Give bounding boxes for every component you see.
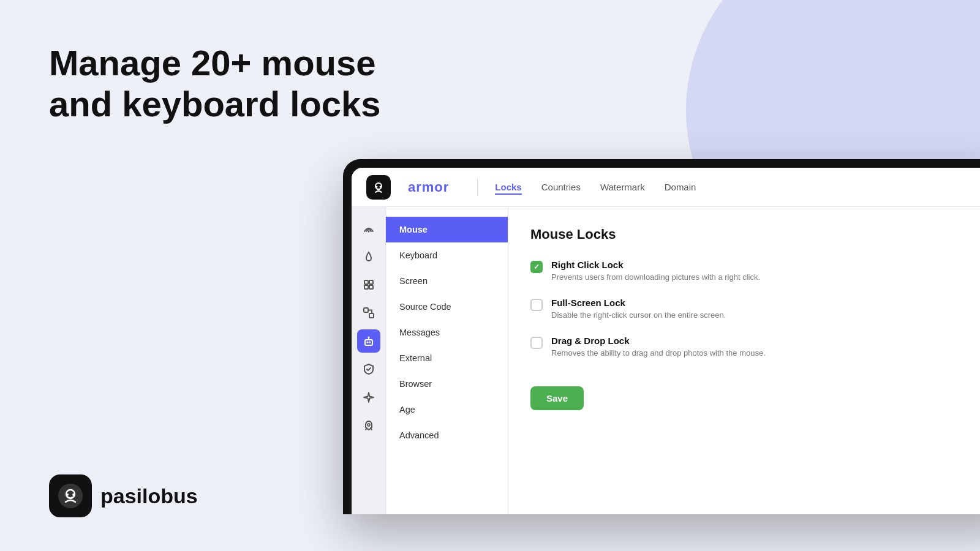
svg-point-5: [376, 186, 378, 187]
svg-point-0: [58, 484, 83, 508]
svg-point-15: [366, 342, 368, 343]
app-window-wrapper: armor Locks Countries Watermark Domain: [343, 159, 980, 514]
drag-drop-desc: Removes the ability to drag and drop pho…: [551, 348, 766, 359]
right-panel: Mouse Locks Right Click Lock Prevents us…: [508, 207, 980, 514]
app-logo-svg: [371, 179, 386, 195]
nav-tab-domain[interactable]: Domain: [665, 179, 696, 195]
nav-tab-watermark[interactable]: Watermark: [600, 179, 645, 195]
right-click-checkbox[interactable]: [530, 261, 543, 273]
drag-drop-text: Drag & Drop Lock Removes the ability to …: [551, 335, 766, 359]
sidebar-icon-shield[interactable]: [357, 358, 380, 381]
svg-rect-13: [369, 313, 374, 318]
sidebar-icon-transform[interactable]: [357, 301, 380, 324]
menu-item-messages[interactable]: Messages: [386, 320, 508, 345]
main-area: Mouse Keyboard Screen Source Code Messag…: [352, 207, 980, 514]
lock-item-full-screen: Full-Screen Lock Disable the right-click…: [530, 298, 980, 321]
lock-item-right-click: Right Click Lock Prevents users from dow…: [530, 260, 980, 283]
svg-rect-10: [364, 285, 368, 289]
hero-section: Manage 20+ mouse and keyboard locks: [49, 43, 386, 124]
drag-drop-checkbox[interactable]: [530, 337, 543, 349]
pasilobus-logo-svg: [57, 482, 84, 509]
sidebar-icon-sparkle[interactable]: [357, 386, 380, 409]
svg-rect-11: [369, 285, 373, 289]
left-menu: Mouse Keyboard Screen Source Code Messag…: [386, 207, 508, 514]
sidebar-icon-drop[interactable]: [357, 245, 380, 268]
lock-item-drag-drop: Drag & Drop Lock Removes the ability to …: [530, 335, 980, 359]
menu-item-screen[interactable]: Screen: [386, 268, 508, 294]
svg-point-18: [368, 424, 370, 426]
panel-title: Mouse Locks: [530, 227, 980, 242]
full-screen-title: Full-Screen Lock: [551, 298, 726, 308]
brand-name-text: pasilobus: [100, 484, 198, 508]
full-screen-checkbox[interactable]: [530, 299, 543, 311]
right-click-desc: Prevents users from downloading pictures…: [551, 272, 760, 283]
sidebar-icon-robot[interactable]: [357, 329, 380, 353]
svg-rect-9: [369, 280, 373, 284]
svg-point-2: [66, 493, 69, 496]
sidebar-icons: [352, 207, 386, 514]
svg-point-6: [380, 186, 382, 187]
sidebar-icon-rocket[interactable]: [357, 414, 380, 437]
app-logo-icon: [366, 175, 391, 200]
full-screen-desc: Disable the right-click cursor on the en…: [551, 310, 726, 321]
sidebar-icon-signal[interactable]: [357, 217, 380, 240]
brand-section: pasilobus: [49, 474, 198, 517]
right-click-title: Right Click Lock: [551, 260, 760, 270]
top-nav: armor Locks Countries Watermark Domain: [352, 168, 980, 207]
nav-tab-locks[interactable]: Locks: [495, 179, 521, 195]
svg-point-7: [368, 231, 369, 233]
right-click-text: Right Click Lock Prevents users from dow…: [551, 260, 760, 283]
svg-rect-14: [365, 340, 372, 345]
svg-rect-12: [364, 308, 368, 312]
sidebar-icon-grid[interactable]: [357, 273, 380, 296]
nav-tab-countries[interactable]: Countries: [541, 179, 581, 195]
brand-logo-icon: [49, 474, 92, 517]
menu-item-age[interactable]: Age: [386, 397, 508, 422]
svg-point-3: [72, 493, 75, 496]
full-screen-text: Full-Screen Lock Disable the right-click…: [551, 298, 726, 321]
app-brand-name: armor: [408, 179, 449, 195]
nav-tabs: Locks Countries Watermark Domain: [495, 179, 696, 195]
menu-item-mouse[interactable]: Mouse: [386, 217, 508, 242]
hero-title: Manage 20+ mouse and keyboard locks: [49, 43, 386, 124]
svg-point-16: [369, 342, 371, 343]
app-window: armor Locks Countries Watermark Domain: [352, 168, 980, 514]
svg-rect-8: [364, 280, 368, 284]
menu-item-source-code[interactable]: Source Code: [386, 294, 508, 320]
svg-point-17: [368, 337, 369, 339]
menu-item-external[interactable]: External: [386, 345, 508, 371]
menu-item-advanced[interactable]: Advanced: [386, 422, 508, 448]
menu-item-browser[interactable]: Browser: [386, 371, 508, 397]
save-button[interactable]: Save: [530, 386, 584, 410]
drag-drop-title: Drag & Drop Lock: [551, 335, 766, 346]
menu-item-keyboard[interactable]: Keyboard: [386, 242, 508, 268]
nav-divider: [477, 179, 478, 196]
